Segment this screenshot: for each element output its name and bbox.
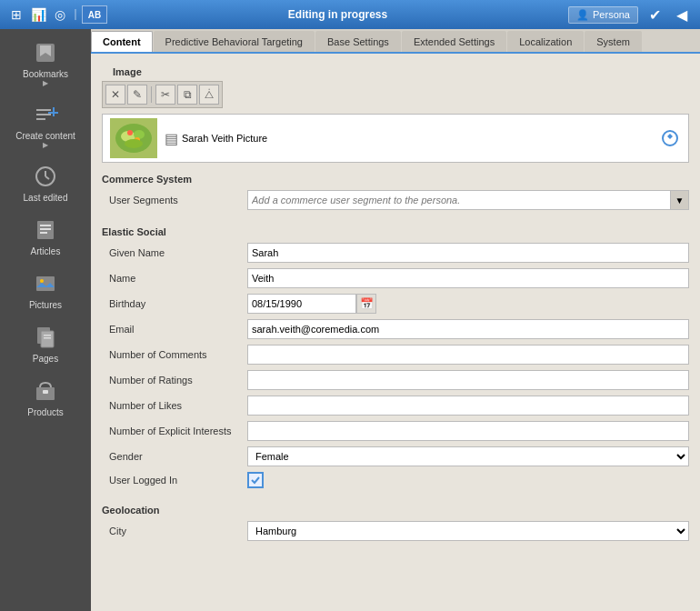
commerce-section: Commerce System User Segments ▼	[91, 170, 700, 223]
explicit-interests-row: Number of Explicit Interests	[102, 421, 689, 441]
given-name-row: Given Name	[102, 243, 689, 263]
tab-predictive[interactable]: Predictive Behavioral Targeting	[154, 31, 315, 52]
copy-button[interactable]: ⧉	[177, 85, 197, 105]
user-segments-select-wrap: ▼	[247, 190, 689, 210]
svg-rect-18	[44, 337, 51, 339]
paste-button[interactable]: ⧊	[199, 85, 219, 105]
persona-label: Persona	[593, 9, 630, 20]
sidebar-item-create[interactable]: Create content ▶	[5, 95, 86, 155]
explicit-interests-label: Number of Explicit Interests	[102, 426, 247, 436]
sidebar-item-products[interactable]: Products	[5, 371, 86, 423]
persona-button[interactable]: 👤 Persona	[568, 6, 638, 24]
image-item: ▤ Sarah Veith Picture	[102, 114, 689, 163]
image-settings-icon[interactable]	[659, 127, 681, 149]
ratings-label: Number of Ratings	[102, 375, 247, 386]
likes-input[interactable]	[247, 396, 689, 416]
articles-icon	[31, 215, 60, 245]
explicit-interests-input[interactable]	[247, 421, 689, 441]
tab-extended-settings[interactable]: Extended Settings	[402, 31, 506, 52]
sidebar-item-pages[interactable]: Pages	[5, 317, 86, 369]
tab-system[interactable]: System	[585, 31, 642, 52]
user-segments-label: User Segments	[102, 195, 247, 205]
user-logged-in-label: User Logged In	[102, 475, 247, 486]
products-icon	[31, 376, 60, 406]
city-label: City	[102, 526, 247, 536]
svg-rect-2	[36, 114, 51, 115]
given-name-input[interactable]	[247, 243, 689, 263]
edit-button[interactable]: ✎	[127, 85, 147, 105]
svg-rect-13	[36, 276, 55, 291]
name-input[interactable]	[247, 268, 689, 288]
sidebar-item-articles[interactable]: Articles	[5, 210, 86, 262]
pictures-label: Pictures	[29, 300, 62, 310]
user-logged-in-checkbox[interactable]	[247, 472, 264, 488]
calendar-icon[interactable]: 📅	[356, 294, 376, 314]
image-section: Image ✕ ✎ ✂ ⧉ ⧊	[91, 54, 700, 170]
city-select-wrap: Hamburg Berlin Munich	[247, 521, 689, 541]
sidebar-item-pictures[interactable]: Pictures	[5, 264, 86, 316]
content-scroll[interactable]: Image ✕ ✎ ✂ ⧉ ⧊	[91, 54, 700, 611]
email-label: Email	[102, 324, 247, 335]
svg-rect-12	[40, 232, 47, 234]
email-input[interactable]	[247, 319, 689, 339]
app-icons: ⊞ 📊 ◎ AB	[7, 5, 107, 24]
user-segments-dropdown-btn[interactable]: ▼	[671, 190, 689, 210]
user-segments-row: User Segments ▼	[102, 190, 689, 210]
user-segments-input[interactable]	[247, 190, 671, 210]
tab-base-settings[interactable]: Base Settings	[315, 31, 401, 52]
image-name-text: Sarah Veith Picture	[182, 133, 267, 144]
ab-icon[interactable]: AB	[82, 5, 107, 24]
likes-label: Number of Likes	[102, 400, 247, 411]
image-section-header: Image	[102, 61, 689, 81]
last-edited-label: Last edited	[24, 193, 68, 203]
image-thumbnail	[110, 118, 157, 158]
sidebar-item-bookmarks[interactable]: Bookmarks ▶	[5, 33, 86, 93]
cut-button[interactable]: ✂	[155, 85, 175, 105]
check-icon[interactable]: ✔	[644, 4, 665, 25]
comments-row: Number of Comments	[102, 345, 689, 365]
create-label: Create content	[15, 131, 75, 141]
comments-input[interactable]	[247, 345, 689, 365]
birthday-input[interactable]	[247, 294, 356, 314]
back-icon[interactable]: ◀	[671, 4, 693, 25]
grid-icon[interactable]: ⊞	[7, 5, 25, 24]
products-label: Products	[27, 407, 63, 417]
geo-section: Geolocation City Hamburg Berlin Munich	[91, 501, 700, 554]
svg-line-8	[45, 176, 49, 179]
comments-label: Number of Comments	[102, 349, 247, 360]
city-row: City Hamburg Berlin Munich	[102, 521, 689, 541]
city-select[interactable]: Hamburg Berlin Munich	[247, 521, 689, 541]
image-name-row: ▤ Sarah Veith Picture	[165, 130, 652, 147]
svg-rect-11	[40, 228, 51, 230]
tab-bar: Content Predictive Behavioral Targeting …	[91, 29, 700, 54]
svg-point-27	[125, 139, 143, 148]
tab-localization[interactable]: Localization	[507, 31, 584, 52]
ratings-input[interactable]	[247, 370, 689, 390]
pictures-icon	[31, 269, 60, 298]
delete-button[interactable]: ✕	[105, 85, 125, 105]
gender-select[interactable]: Female Male Other	[247, 446, 689, 466]
bookmarks-icon	[31, 38, 60, 67]
svg-point-24	[134, 130, 145, 139]
svg-point-14	[40, 279, 44, 283]
likes-row: Number of Likes	[102, 396, 689, 416]
sidebar: Bookmarks ▶ Create content ▶	[0, 29, 91, 611]
given-name-label: Given Name	[102, 247, 247, 258]
birthday-label: Birthday	[102, 298, 247, 309]
sidebar-item-last-edited[interactable]: Last edited	[5, 156, 86, 208]
elastic-section: Elastic Social Given Name Name Birthday …	[91, 223, 700, 501]
chart-icon[interactable]: 📊	[29, 5, 47, 24]
user-logged-in-row: User Logged In	[102, 472, 689, 488]
svg-rect-17	[44, 335, 51, 336]
gender-label: Gender	[102, 451, 247, 462]
top-bar-right: 👤 Persona ✔ ◀	[568, 4, 693, 25]
svg-rect-5	[48, 112, 58, 114]
compass-icon[interactable]: ◎	[51, 5, 69, 24]
image-toolbar: ✕ ✎ ✂ ⧉ ⧊	[102, 81, 223, 108]
geo-header: Geolocation	[102, 505, 689, 516]
tab-content[interactable]: Content	[91, 31, 153, 52]
gender-row: Gender Female Male Other	[102, 446, 689, 466]
commerce-header: Commerce System	[102, 174, 689, 185]
image-type-icon: ▤	[165, 130, 178, 147]
email-row: Email	[102, 319, 689, 339]
